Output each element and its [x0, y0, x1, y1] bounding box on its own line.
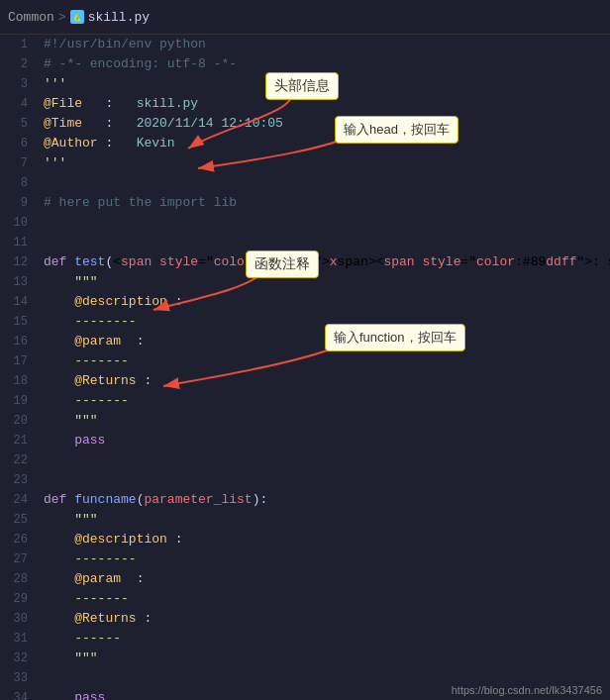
code-line: '''	[44, 153, 602, 173]
line-number: 18	[0, 371, 36, 391]
line-number: 20	[0, 411, 36, 431]
code-line	[44, 450, 602, 470]
annotation-prompt-head: 输入head，按回车	[335, 116, 458, 144]
code-line: #!/usr/bin/env python	[44, 35, 602, 54]
breadcrumb: Common > 🐍 skill.py	[8, 10, 150, 25]
line-number: 29	[0, 589, 36, 609]
code-line	[44, 470, 602, 490]
line-number: 10	[0, 213, 36, 233]
code-line: """	[44, 649, 602, 668]
annotation-prompt-func: 输入function，按回车	[325, 324, 465, 351]
code-line: """	[44, 272, 602, 292]
line-number: 13	[0, 272, 36, 292]
code-line: --------	[44, 550, 602, 569]
annotation-head-label: 头部信息	[265, 72, 339, 100]
code-line: def test(<span style="color:#f07178">xsp…	[44, 252, 602, 272]
line-number: 3	[0, 74, 36, 94]
line-number: 23	[0, 470, 36, 490]
breadcrumb-separator: >	[58, 10, 66, 25]
footer-url: https://blog.csdn.net/lk3437456	[452, 684, 602, 696]
code-line: """	[44, 411, 602, 431]
line-number: 1	[0, 35, 36, 54]
line-number: 11	[0, 233, 36, 252]
file-name: skill.py	[88, 10, 150, 25]
code-line: -------	[44, 391, 602, 411]
line-number: 28	[0, 569, 36, 589]
file-tab[interactable]: 🐍 skill.py	[70, 10, 150, 25]
line-number: 31	[0, 629, 36, 649]
line-number: 15	[0, 312, 36, 332]
line-number: 12	[0, 252, 36, 272]
code-line: @Author : Kevin	[44, 134, 602, 153]
line-number: 21	[0, 431, 36, 450]
code-line: # -*- encoding: utf-8 -*-	[44, 54, 602, 74]
line-number: 6	[0, 134, 36, 153]
file-icon: 🐍	[70, 10, 84, 24]
code-line: pass	[44, 431, 602, 450]
line-number: 7	[0, 153, 36, 173]
code-line: -------	[44, 589, 602, 609]
code-line: ------	[44, 629, 602, 649]
code-line: --------	[44, 312, 602, 332]
code-line: @description :	[44, 292, 602, 312]
code-line: @Returns :	[44, 609, 602, 629]
line-number: 25	[0, 510, 36, 530]
editor: 1234567891011121314151617181920212223242…	[0, 35, 610, 700]
code-line: @param :	[44, 569, 602, 589]
line-number: 2	[0, 54, 36, 74]
code-line: @param :	[44, 332, 602, 351]
line-number: 30	[0, 609, 36, 629]
code-line: -------	[44, 351, 602, 371]
line-number: 9	[0, 193, 36, 213]
line-numbers: 1234567891011121314151617181920212223242…	[0, 35, 36, 700]
line-number: 27	[0, 550, 36, 569]
line-number: 8	[0, 173, 36, 193]
line-number: 26	[0, 530, 36, 550]
code-line	[44, 213, 602, 233]
tab-bar: Common > 🐍 skill.py	[0, 0, 610, 35]
line-number: 24	[0, 490, 36, 510]
line-number: 16	[0, 332, 36, 351]
line-number: 33	[0, 668, 36, 688]
breadcrumb-folder: Common	[8, 10, 54, 25]
line-number: 32	[0, 649, 36, 668]
code-line: def funcname(parameter_list):	[44, 490, 602, 510]
line-number: 14	[0, 292, 36, 312]
line-number: 22	[0, 450, 36, 470]
code-line: @description :	[44, 530, 602, 550]
code-line	[44, 233, 602, 252]
code-line: # here put the import lib	[44, 193, 602, 213]
code-line: @Time : 2020/11/14 12:10:05	[44, 114, 602, 134]
line-number: 19	[0, 391, 36, 411]
line-number: 17	[0, 351, 36, 371]
line-number: 5	[0, 114, 36, 134]
line-number: 34	[0, 688, 36, 700]
code-line	[44, 173, 602, 193]
code-area[interactable]: #!/usr/bin/env python# -*- encoding: utf…	[36, 35, 610, 700]
line-number: 4	[0, 94, 36, 114]
annotation-func-label: 函数注释	[246, 250, 319, 278]
code-line: @Returns :	[44, 371, 602, 391]
code-line: """	[44, 510, 602, 530]
